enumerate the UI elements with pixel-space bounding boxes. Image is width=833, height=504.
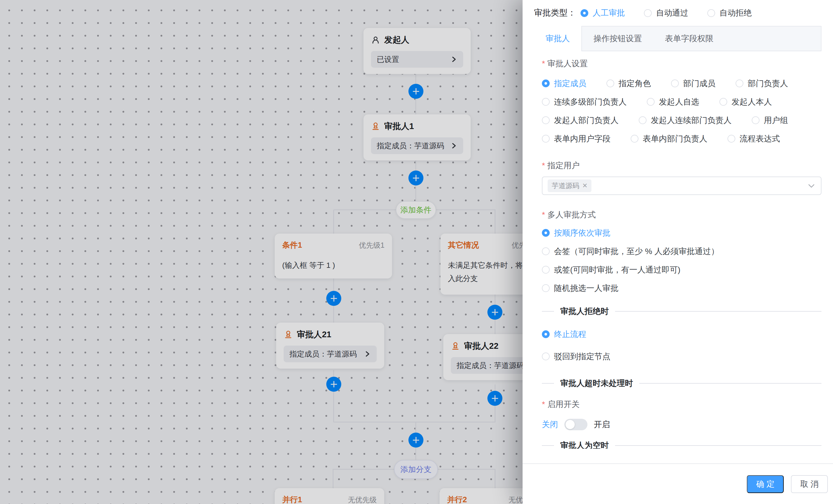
radio-initiator-dept-leader[interactable]: 发起人部门负责人 xyxy=(542,115,619,126)
radio-initiator-choose[interactable]: 发起人自选 xyxy=(647,97,699,107)
required-asterisk: * xyxy=(542,210,545,220)
radio-auto-reject[interactable]: 自动拒绝 xyxy=(707,7,752,19)
radio-form-dept-leader[interactable]: 表单内部门负责人 xyxy=(630,133,707,144)
radio-icon xyxy=(542,135,550,143)
settings-tabbar: 审批人 操作按钮设置 表单字段权限 xyxy=(534,26,822,51)
multi-mode-opt2: 会签（可同时审批，至少 % 人必须审批通过） xyxy=(542,247,822,256)
radio-icon xyxy=(542,116,550,124)
label-text: 启用开关 xyxy=(547,399,580,410)
tab-form-field-permission[interactable]: 表单字段权限 xyxy=(653,26,725,51)
radio-label: 表单内用户字段 xyxy=(554,133,611,144)
radio-label: 指定角色 xyxy=(619,78,651,89)
radio-label: 会签（可同时审批，至少 % 人必须审批通过） xyxy=(554,246,719,257)
radio-icon xyxy=(542,247,550,255)
radio-icon xyxy=(542,353,550,360)
radio-orsign[interactable]: 或签(可同时审批，有一人通过即可) xyxy=(542,264,681,275)
radio-label: 部门成员 xyxy=(683,78,715,89)
radio-icon xyxy=(647,98,654,106)
radio-label: 部门负责人 xyxy=(748,78,788,89)
enable-toggle[interactable] xyxy=(564,419,588,430)
label-text: 多人审批方式 xyxy=(547,209,596,220)
radio-form-user-field[interactable]: 表单内用户字段 xyxy=(542,133,611,144)
enable-switch-row: 关闭 开启 xyxy=(542,419,822,430)
approval-type-label: 审批类型： xyxy=(534,7,576,19)
radio-dept-member[interactable]: 部门成员 xyxy=(671,78,715,89)
timeout-section-divider: 审批人超时未处理时 xyxy=(542,378,822,388)
radio-label: 发起人自选 xyxy=(659,97,699,107)
multi-mode-label: * 多人审批方式 xyxy=(542,210,822,220)
radio-dept-leader[interactable]: 部门负责人 xyxy=(736,78,788,89)
radio-icon xyxy=(671,79,679,87)
radio-label: 驳回到指定节点 xyxy=(554,351,611,362)
radio-icon xyxy=(719,98,727,106)
divider-title: 审批人超时未处理时 xyxy=(560,378,633,389)
radio-initiator-self[interactable]: 发起人本人 xyxy=(719,97,772,107)
radio-manual-approval[interactable]: 人工审批 xyxy=(580,7,625,19)
multi-mode-opt1: 按顺序依次审批 xyxy=(542,228,822,237)
empty-section-divider: 审批人为空时 xyxy=(542,440,822,449)
divider-line xyxy=(542,383,554,384)
radio-multi-level-dept-leader[interactable]: 连续多级部门负责人 xyxy=(542,97,627,107)
radio-return-to-node[interactable]: 驳回到指定节点 xyxy=(542,351,611,362)
approver-setting-label: * 审批人设置 xyxy=(542,59,822,68)
approver-setting-row1: 指定成员 指定角色 部门成员 部门负责人 xyxy=(542,79,822,88)
radio-auto-approve[interactable]: 自动通过 xyxy=(644,7,688,19)
settings-scroll-area[interactable]: * 审批人设置 指定成员 指定角色 部门成员 部门负责人 xyxy=(523,51,833,449)
radio-label: 指定成员 xyxy=(554,78,586,89)
user-tag: 芋道源码 ✕ xyxy=(548,179,592,192)
radio-icon xyxy=(542,98,550,106)
radio-icon xyxy=(752,116,760,124)
divider-line xyxy=(542,445,554,446)
label-text: 审批人设置 xyxy=(547,58,588,69)
radio-icon xyxy=(639,116,646,124)
reject-section-divider: 审批人拒绝时 xyxy=(542,306,822,316)
radio-sequential[interactable]: 按顺序依次审批 xyxy=(542,228,611,238)
multi-mode-opt3: 或签(可同时审批，有一人通过即可) xyxy=(542,265,822,275)
radio-icon xyxy=(630,135,638,143)
radio-initiator-multi-dept-leader[interactable]: 发起人连续部门负责人 xyxy=(639,115,732,126)
radio-user-group[interactable]: 用户组 xyxy=(752,115,788,126)
enable-switch-label: * 启用开关 xyxy=(542,400,822,409)
radio-label: 发起人本人 xyxy=(732,97,772,107)
radio-icon xyxy=(580,9,588,17)
radio-assigned-member[interactable]: 指定成员 xyxy=(542,78,586,89)
radio-icon xyxy=(542,79,550,87)
radio-random-one[interactable]: 随机挑选一人审批 xyxy=(542,283,619,294)
assign-user-label: * 指定用户 xyxy=(542,161,822,170)
radio-icon xyxy=(707,9,715,17)
assign-user-select[interactable]: 芋道源码 ✕ xyxy=(542,177,822,195)
radio-assigned-role[interactable]: 指定角色 xyxy=(606,78,651,89)
cancel-button[interactable]: 取 消 xyxy=(791,475,828,493)
tab-action-buttons[interactable]: 操作按钮设置 xyxy=(582,26,653,51)
divider-line xyxy=(542,311,554,311)
confirm-button[interactable]: 确 定 xyxy=(747,475,784,493)
radio-icon xyxy=(644,9,652,17)
required-asterisk: * xyxy=(542,59,545,68)
switch-off-label: 关闭 xyxy=(542,419,558,430)
radio-terminate-process[interactable]: 终止流程 xyxy=(542,329,586,340)
approver-settings-drawer: 审批类型： 人工审批 自动通过 自动拒绝 审批人 操作按钮设置 xyxy=(523,0,833,504)
radio-icon xyxy=(728,135,735,143)
radio-icon xyxy=(606,79,614,87)
radio-label: 终止流程 xyxy=(554,329,586,340)
approval-type-row: 审批类型： 人工审批 自动通过 自动拒绝 xyxy=(523,0,833,26)
divider-line xyxy=(615,311,822,311)
reject-opt1: 终止流程 xyxy=(542,329,822,339)
radio-countersign[interactable]: 会签（可同时审批，至少 % 人必须审批通过） xyxy=(542,246,719,257)
tab-approver[interactable]: 审批人 xyxy=(534,26,582,51)
required-asterisk: * xyxy=(542,400,545,409)
approver-setting-row3: 发起人部门负责人 发起人连续部门负责人 用户组 xyxy=(542,116,822,125)
radio-label: 连续多级部门负责人 xyxy=(554,97,627,107)
tab-label: 审批人 xyxy=(546,33,570,44)
radio-label: 用户组 xyxy=(764,115,788,126)
radio-label: 自动拒绝 xyxy=(719,7,752,19)
radio-icon xyxy=(542,284,550,292)
tag-close-icon[interactable]: ✕ xyxy=(582,182,588,190)
tab-label: 操作按钮设置 xyxy=(593,33,642,44)
divider-title: 审批人拒绝时 xyxy=(560,306,609,317)
chevron-down-icon xyxy=(807,181,816,190)
radio-label: 随机挑选一人审批 xyxy=(554,283,619,294)
radio-icon xyxy=(736,79,743,87)
radio-label: 或签(可同时审批，有一人通过即可) xyxy=(554,264,681,275)
radio-process-expression[interactable]: 流程表达式 xyxy=(728,133,780,144)
